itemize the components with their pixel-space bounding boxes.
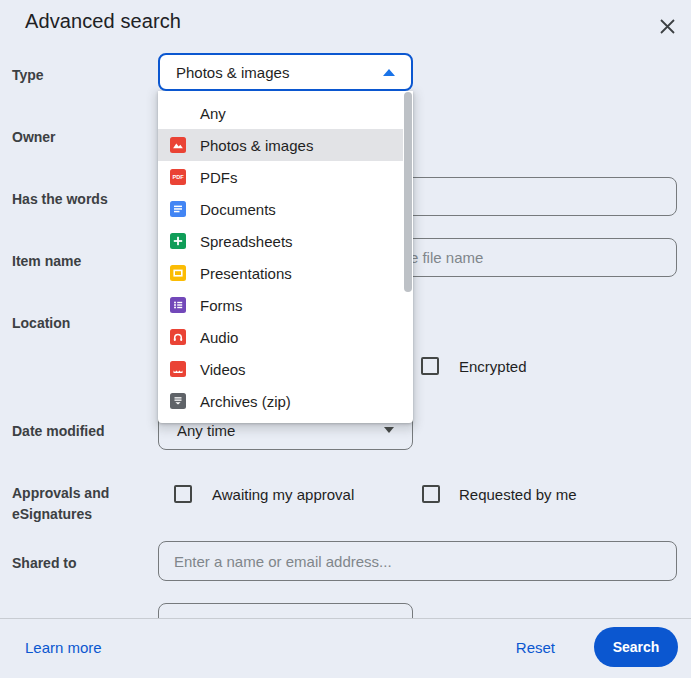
dropdown-item-label: Audio: [200, 329, 238, 346]
dropdown-item-archives[interactable]: Archives (zip): [158, 385, 403, 417]
type-label: Type: [12, 65, 144, 86]
pdf-icon: PDF: [170, 169, 186, 185]
dropdown-item-photos-images[interactable]: Photos & images: [158, 129, 403, 161]
audio-icon: [170, 329, 186, 345]
has-words-label: Has the words: [12, 189, 144, 210]
forms-icon: [170, 297, 186, 313]
dropdown-item-forms[interactable]: Forms: [158, 289, 403, 321]
dropdown-item-any[interactable]: Any: [158, 97, 403, 129]
encrypted-checkbox-label: Encrypted: [459, 358, 527, 375]
dropdown-item-label: Presentations: [200, 265, 292, 282]
chevron-up-icon: [383, 69, 395, 76]
docs-icon: [170, 201, 186, 217]
requested-by-me-checkbox[interactable]: [422, 485, 440, 503]
owner-label: Owner: [12, 127, 144, 148]
dropdown-item-label: PDFs: [200, 169, 238, 186]
learn-more-link[interactable]: Learn more: [25, 639, 102, 656]
dropdown-item-pdfs[interactable]: PDF PDFs: [158, 161, 403, 193]
reset-button[interactable]: Reset: [516, 639, 555, 656]
videos-icon: [170, 361, 186, 377]
photos-icon: [170, 137, 186, 153]
requested-by-me-label: Requested by me: [459, 486, 577, 503]
date-modified-label: Date modified: [12, 421, 144, 442]
type-select-value: Photos & images: [176, 64, 289, 81]
dropdown-item-label: Spreadsheets: [200, 233, 293, 250]
type-dropdown-menu: Any Photos & images PDF PDFs Documen: [158, 91, 413, 423]
shared-to-input[interactable]: [158, 541, 677, 581]
dropdown-item-label: Photos & images: [200, 137, 313, 154]
dropdown-item-documents[interactable]: Documents: [158, 193, 403, 225]
dropdown-item-presentations[interactable]: Presentations: [158, 257, 403, 289]
shared-to-label: Shared to: [12, 553, 144, 574]
date-modified-value: Any time: [177, 422, 235, 439]
awaiting-approval-checkbox[interactable]: [174, 485, 192, 503]
page-title: Advanced search: [25, 10, 181, 33]
dropdown-item-label: Any: [200, 105, 226, 122]
archive-icon: [170, 393, 186, 409]
dropdown-scrollbar[interactable]: [404, 92, 412, 292]
type-select[interactable]: Photos & images: [158, 53, 413, 91]
location-label: Location: [12, 313, 144, 334]
item-name-label: Item name: [12, 251, 144, 272]
dropdown-item-label: Archives (zip): [200, 393, 291, 410]
dropdown-item-spreadsheets[interactable]: Spreadsheets: [158, 225, 403, 257]
slides-icon: [170, 265, 186, 281]
close-button[interactable]: [653, 12, 681, 40]
encrypted-checkbox[interactable]: [421, 357, 439, 375]
close-icon: [659, 18, 676, 35]
search-button[interactable]: Search: [594, 627, 678, 667]
awaiting-approval-label: Awaiting my approval: [212, 486, 354, 503]
approvals-label: Approvals and eSignatures: [12, 483, 130, 525]
dropdown-item-label: Forms: [200, 297, 243, 314]
dropdown-item-label: Documents: [200, 201, 276, 218]
dropdown-item-label: Videos: [200, 361, 246, 378]
chevron-down-icon: [384, 427, 394, 433]
dropdown-item-videos[interactable]: Videos: [158, 353, 403, 385]
advanced-search-dialog: Advanced search Type Owner Has the words…: [0, 0, 691, 678]
dropdown-item-audio[interactable]: Audio: [158, 321, 403, 353]
svg-text:PDF: PDF: [172, 174, 184, 180]
dialog-footer: Learn more Reset Search: [0, 618, 691, 678]
sheets-icon: [170, 233, 186, 249]
